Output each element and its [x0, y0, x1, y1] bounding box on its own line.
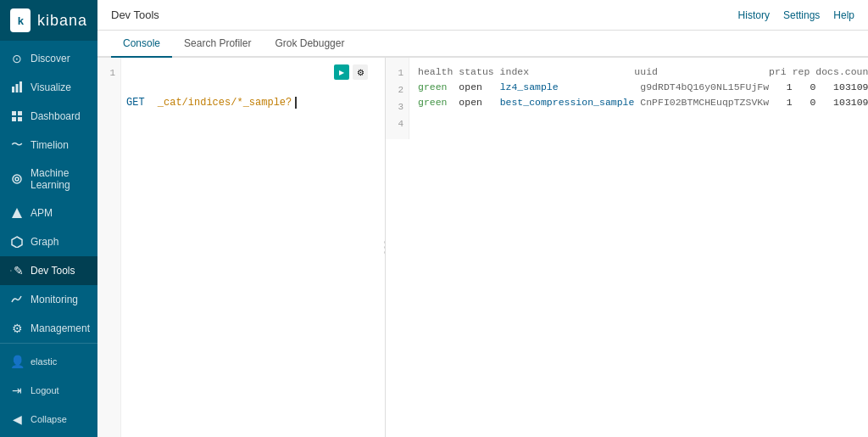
sidebar-label-timelion: Timelion [31, 139, 69, 151]
status-2: open [459, 97, 482, 108]
results-text: health status index uuid pri rep docs.co… [409, 58, 868, 139]
uuid-1: g9dRDT4bQ16y0NL15FUjFw [640, 81, 769, 92]
results-pane: 1 2 3 4 health status index uuid pri rep… [386, 58, 868, 437]
visualize-icon [10, 81, 24, 94]
results-line-numbers: 1 2 3 4 [386, 58, 409, 139]
history-link[interactable]: History [738, 9, 770, 21]
rep-1: 0 [810, 81, 815, 92]
pri-2: 1 [787, 97, 793, 108]
svg-point-8 [15, 177, 19, 181]
sidebar-label-ml: Machine Learning [31, 167, 87, 191]
wrench-button[interactable]: ⚙ [353, 64, 368, 80]
docs-2: 10310974 [833, 97, 868, 108]
editor-method: GET [126, 95, 145, 110]
editor-space [148, 95, 154, 110]
svg-rect-6 [18, 117, 22, 121]
sidebar-nav: ⊙ Discover Visualize Dashboard 〜 Timelio… [0, 41, 97, 343]
sidebar-item-monitoring[interactable]: Monitoring [0, 285, 97, 314]
sidebar-item-collapse[interactable]: ◀ Collapse [0, 405, 97, 434]
editor-text-area[interactable]: GET _cat/indices/*_sample? [121, 58, 385, 437]
sidebar-item-logout[interactable]: ⇥ Logout [0, 376, 97, 405]
pri-1: 1 [787, 81, 793, 92]
main-area: Dev Tools History Settings Help Console … [97, 0, 868, 437]
sidebar-item-elastic[interactable]: 👤 elastic [0, 347, 97, 376]
sidebar-item-visualize[interactable]: Visualize [0, 73, 97, 102]
user-icon: 👤 [10, 355, 24, 368]
sidebar-item-management[interactable]: ⚙ Management [0, 314, 97, 343]
monitoring-icon [10, 293, 24, 306]
svg-rect-0 [12, 87, 14, 92]
logo-text: kibana [37, 12, 87, 30]
sidebar-label-graph: Graph [31, 236, 58, 248]
editor-actions: ⚙ [334, 64, 368, 80]
svg-marker-10 [12, 237, 22, 248]
sidebar-label-visualize: Visualize [31, 81, 71, 93]
sidebar-label-discover: Discover [31, 53, 70, 64]
run-button[interactable] [334, 64, 349, 80]
settings-link[interactable]: Settings [783, 9, 820, 21]
editor-pane: 1 GET _cat/indices/*_sample? ⚙ [97, 58, 386, 437]
sidebar-item-timelion[interactable]: 〜 Timelion [0, 131, 97, 160]
topbar-actions: History Settings Help [738, 9, 854, 21]
sidebar-label-elastic: elastic [31, 356, 57, 367]
collapse-icon: ◀ [10, 412, 24, 426]
page-title: Dev Tools [111, 8, 159, 21]
sidebar-item-dashboard[interactable]: Dashboard [0, 102, 97, 131]
results-data-row-1: green open lz4_sample g9dRDT4bQ16y0NL15F… [418, 80, 860, 95]
results-header-row: health status index uuid pri rep docs.co… [418, 64, 860, 80]
resize-handle[interactable] [381, 58, 386, 437]
sidebar-logo: k kibana [0, 0, 97, 41]
sidebar-item-ml[interactable]: Machine Learning [0, 160, 97, 199]
sidebar-label-logout: Logout [31, 385, 59, 395]
graph-icon [10, 235, 24, 249]
docs-1: 10310974 [833, 81, 868, 92]
sidebar-item-discover[interactable]: ⊙ Discover [0, 44, 97, 73]
editor-line-1: GET _cat/indices/*_sample? [126, 95, 380, 110]
index-1: lz4_sample [500, 81, 635, 92]
apm-icon [10, 206, 24, 220]
results-content: 1 2 3 4 health status index uuid pri rep… [386, 58, 868, 139]
ml-icon [10, 172, 24, 186]
sidebar: k kibana ⊙ Discover Visualize Dashboard … [0, 0, 97, 437]
svg-rect-1 [16, 84, 19, 92]
svg-marker-9 [12, 208, 22, 218]
sidebar-label-devtools: Dev Tools [31, 265, 75, 277]
health-2: green [418, 97, 448, 108]
devtools-icon: ✎ [10, 264, 24, 277]
editor-content[interactable]: 1 GET _cat/indices/*_sample? [97, 58, 385, 437]
svg-point-7 [13, 175, 21, 183]
tab-search-profiler[interactable]: Search Profiler [172, 31, 263, 58]
svg-rect-3 [12, 111, 16, 115]
management-icon: ⚙ [10, 322, 24, 335]
devtools-body: 1 GET _cat/indices/*_sample? ⚙ [97, 58, 868, 437]
sidebar-item-devtools[interactable]: ✎ Dev Tools [0, 256, 97, 285]
topbar: Dev Tools History Settings Help [97, 0, 868, 31]
sidebar-label-collapse: Collapse [31, 414, 67, 424]
svg-rect-2 [19, 81, 22, 92]
dashboard-icon [10, 109, 24, 123]
sidebar-item-graph[interactable]: Graph [0, 227, 97, 256]
health-1: green [418, 81, 448, 92]
help-link[interactable]: Help [833, 9, 854, 21]
tab-grok-debugger[interactable]: Grok Debugger [263, 31, 356, 58]
tabs-bar: Console Search Profiler Grok Debugger [97, 31, 868, 58]
results-row-4 [418, 110, 860, 126]
sidebar-label-management: Management [31, 322, 90, 334]
editor-cursor [295, 97, 297, 109]
sidebar-label-apm: APM [31, 207, 53, 219]
sidebar-footer: 👤 elastic ⇥ Logout ◀ Collapse [0, 343, 97, 437]
sidebar-label-dashboard: Dashboard [31, 110, 81, 122]
logo-box: k [10, 8, 31, 32]
logout-icon: ⇥ [10, 384, 24, 397]
results-data-row-2: green open best_compression_sample CnPFI… [418, 95, 860, 110]
index-2: best_compression_sample [500, 97, 635, 108]
sidebar-label-monitoring: Monitoring [31, 294, 78, 305]
resize-dots-icon [384, 241, 387, 254]
status-1: open [459, 81, 482, 92]
editor-path: _cat/indices/*_sample? [158, 95, 292, 110]
sidebar-item-apm[interactable]: APM [0, 199, 97, 227]
discover-icon: ⊙ [10, 52, 24, 65]
uuid-2: CnPFI02BTMCHEuqpTZSVKw [640, 97, 769, 108]
tab-console[interactable]: Console [111, 31, 172, 58]
rep-2: 0 [810, 97, 815, 108]
